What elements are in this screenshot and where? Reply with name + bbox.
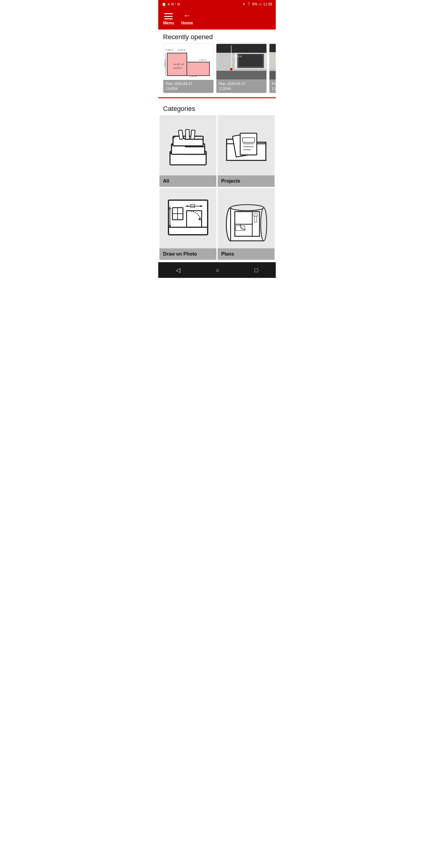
category-icon-projects: [218, 115, 275, 176]
recent-card-label-3: Plan 2020-05-27112949: [270, 80, 276, 93]
svg-rect-31: [186, 130, 189, 139]
category-label-plans: Plans: [218, 248, 275, 260]
recent-card-label-1: Plan 2020-05-27114056: [163, 80, 213, 93]
recent-card-3[interactable]: Plan 2020-05-27112949: [269, 43, 276, 93]
section-divider: [158, 97, 276, 98]
svg-text:2.203 m: 2.203 m: [232, 55, 242, 58]
nav-home-button[interactable]: ○: [210, 264, 225, 276]
svg-rect-30: [178, 130, 183, 139]
recent-card-img-3: [270, 44, 276, 80]
status-left: 📋 ≋ M ! M: [162, 2, 180, 6]
back-arrow-icon: ←: [183, 11, 191, 19]
svg-rect-19: [270, 44, 276, 53]
bottom-nav: ◁ ○ □: [158, 262, 276, 278]
categories-section: Categories: [158, 101, 276, 260]
category-card-plans[interactable]: Plans: [218, 188, 275, 260]
svg-rect-26: [270, 69, 276, 71]
nav-recent-button[interactable]: □: [248, 264, 264, 276]
svg-point-55: [261, 208, 267, 241]
svg-rect-32: [190, 130, 195, 140]
svg-rect-14: [239, 55, 262, 67]
recent-card-img-2: 2.203 m: [216, 44, 267, 80]
home-label: Home: [181, 21, 193, 25]
svg-point-56: [230, 205, 264, 211]
svg-text:4.050 m: 4.050 m: [164, 60, 166, 67]
home-button[interactable]: ← Home: [181, 11, 193, 25]
svg-point-17: [230, 68, 232, 70]
svg-text:1.550 m: 1.550 m: [166, 49, 173, 51]
recent-scroll[interactable]: 14.437 m² 16.400 m 1.162 m 1.150 m 4.050…: [158, 43, 276, 94]
category-icon-all: [159, 115, 216, 176]
status-bar: 📋 ≋ M ! M ✶ 📍 8% ▭ 11:58: [158, 0, 276, 8]
recently-opened-section: Recently opened 14.437 m² 16.400 m 1.162…: [158, 30, 276, 94]
header: Menu ← Home: [158, 8, 276, 30]
menu-icon: [164, 13, 173, 19]
category-label-projects: Projects: [218, 176, 275, 187]
recently-opened-title: Recently opened: [158, 30, 276, 43]
svg-text:1.162 m: 1.162 m: [199, 59, 207, 61]
svg-text:16.400 m: 16.400 m: [173, 67, 182, 69]
category-icon-draw-on-photo: [159, 188, 216, 248]
svg-text:2.030 m: 2.030 m: [178, 49, 185, 51]
svg-rect-20: [270, 52, 276, 70]
category-label-all: All: [159, 176, 216, 187]
recent-card-img-1: 14.437 m² 16.400 m 1.162 m 1.150 m 4.050…: [163, 44, 213, 80]
svg-point-45: [198, 218, 200, 220]
svg-rect-25: [270, 70, 276, 80]
category-icon-plans: [218, 188, 275, 248]
recent-card-2[interactable]: 2.203 m Plan 2020-05-27113244: [216, 43, 267, 93]
svg-rect-10: [216, 44, 267, 53]
menu-label: Menu: [163, 21, 174, 25]
categories-title: Categories: [158, 101, 276, 115]
category-label-draw-on-photo: Draw on Photo: [159, 248, 216, 260]
svg-text:1.150 m: 1.150 m: [189, 75, 196, 78]
nav-back-button[interactable]: ◁: [170, 264, 186, 276]
category-card-draw-on-photo[interactable]: Draw on Photo: [159, 188, 216, 260]
categories-grid: All: [158, 115, 276, 260]
status-right: ✶ 📍 8% ▭ 11:58: [242, 2, 272, 6]
category-card-projects[interactable]: Projects: [218, 115, 275, 187]
menu-button[interactable]: Menu: [163, 13, 174, 25]
recent-card-1[interactable]: 14.437 m² 16.400 m 1.162 m 1.150 m 4.050…: [163, 43, 214, 93]
svg-text:14.437 m²: 14.437 m²: [173, 63, 184, 66]
recent-card-label-2: Plan 2020-05-27113244: [216, 80, 267, 93]
svg-rect-18: [216, 71, 267, 80]
svg-rect-1: [187, 62, 210, 76]
category-card-all[interactable]: All: [159, 115, 216, 187]
